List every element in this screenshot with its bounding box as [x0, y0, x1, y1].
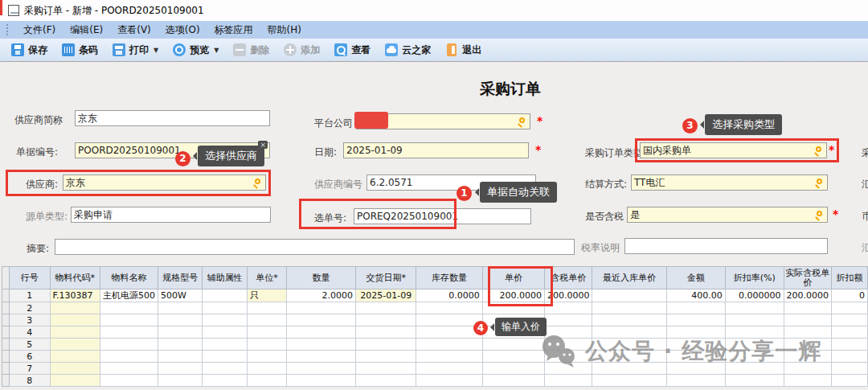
table-cell[interactable]	[248, 351, 287, 363]
toolbar-preview-button[interactable]: 预览▼	[166, 42, 225, 59]
table-cell[interactable]	[203, 314, 248, 326]
table-cell[interactable]	[416, 375, 482, 387]
table-cell[interactable]	[248, 363, 287, 375]
table-cell[interactable]	[416, 339, 482, 351]
table-cell[interactable]	[100, 363, 158, 375]
table-cell[interactable]	[355, 326, 416, 339]
table-cell[interactable]	[355, 302, 416, 314]
table-cell[interactable]	[100, 375, 158, 387]
dropdown-arrow-icon[interactable]: ▼	[214, 47, 219, 54]
table-cell[interactable]: 2025-01-09	[355, 289, 416, 302]
table-cell[interactable]	[725, 302, 784, 314]
tax-note-input[interactable]	[624, 238, 828, 254]
menu-item[interactable]: 标签应用	[207, 22, 260, 39]
table-cell[interactable]	[832, 375, 868, 387]
settlement-input[interactable]: TT电汇	[631, 174, 828, 191]
table-cell[interactable]: 2.0000	[287, 289, 356, 302]
table-cell[interactable]	[158, 339, 202, 351]
table-cell[interactable]	[832, 326, 868, 339]
row-gutter[interactable]	[2, 302, 10, 314]
table-cell[interactable]	[203, 289, 248, 302]
table-cell[interactable]: F.130387	[50, 289, 100, 302]
row-number-cell[interactable]: 3	[10, 314, 50, 326]
table-cell[interactable]	[158, 302, 202, 314]
table-cell[interactable]	[287, 375, 356, 387]
row-gutter[interactable]	[2, 314, 10, 326]
table-cell[interactable]	[544, 375, 592, 387]
menu-item[interactable]: 选项(O)	[158, 22, 207, 39]
table-cell[interactable]	[100, 314, 158, 326]
toolbar-barcode-button[interactable]: 条码	[55, 42, 104, 59]
table-cell[interactable]	[482, 363, 544, 375]
table-cell[interactable]	[50, 339, 100, 351]
table-cell[interactable]	[287, 302, 356, 314]
table-cell[interactable]	[50, 363, 100, 375]
row-number-cell[interactable]: 2	[10, 302, 50, 314]
table-cell[interactable]	[355, 314, 416, 326]
toolbar-print-button[interactable]: 打印▼	[106, 42, 165, 59]
menu-item[interactable]: 编辑(E)	[63, 22, 110, 39]
table-cell[interactable]	[482, 339, 544, 351]
table-cell[interactable]	[287, 339, 356, 351]
menu-item[interactable]: 文件(F)	[16, 22, 63, 39]
table-cell[interactable]	[355, 363, 416, 375]
table-cell[interactable]	[158, 326, 202, 339]
table-cell[interactable]	[203, 351, 248, 363]
lookup-icon[interactable]	[813, 210, 825, 220]
table-cell[interactable]	[50, 314, 100, 326]
table-cell[interactable]	[482, 351, 544, 363]
table-cell[interactable]	[784, 375, 832, 387]
table-cell[interactable]	[832, 302, 868, 314]
table-cell[interactable]	[592, 314, 666, 326]
row-number-cell[interactable]: 6	[10, 351, 50, 363]
row-number-cell[interactable]: 8	[10, 375, 50, 387]
table-cell[interactable]	[287, 314, 356, 326]
table-cell[interactable]	[248, 339, 287, 351]
row-number-cell[interactable]: 7	[10, 363, 50, 375]
table-cell[interactable]	[158, 314, 202, 326]
row-gutter[interactable]	[2, 326, 10, 339]
table-cell[interactable]	[416, 302, 482, 314]
toolbar-exit-button[interactable]: 退出	[439, 42, 488, 59]
table-cell[interactable]	[784, 314, 832, 326]
table-cell[interactable]	[666, 302, 725, 314]
table-cell[interactable]	[832, 314, 868, 326]
table-cell[interactable]	[203, 326, 248, 339]
table-cell[interactable]	[784, 302, 832, 314]
table-cell[interactable]: 只	[248, 289, 287, 302]
table-cell[interactable]	[482, 375, 544, 387]
table-cell[interactable]: 200.0000	[784, 289, 832, 302]
table-cell[interactable]	[592, 302, 666, 314]
close-icon[interactable]: ×	[258, 141, 268, 149]
table-cell[interactable]	[100, 302, 158, 314]
toolbar-yunzhijia-button[interactable]: 云之家	[379, 42, 437, 59]
row-gutter[interactable]	[2, 339, 10, 351]
row-number-cell[interactable]: 4	[10, 326, 50, 339]
table-cell[interactable]	[544, 314, 592, 326]
table-cell[interactable]	[50, 375, 100, 387]
table-cell[interactable]	[100, 351, 158, 363]
table-cell[interactable]	[203, 302, 248, 314]
table-cell[interactable]	[248, 314, 287, 326]
table-cell[interactable]	[355, 375, 416, 387]
table-cell[interactable]	[203, 363, 248, 375]
table-cell[interactable]: 0	[832, 289, 868, 302]
table-cell[interactable]	[287, 351, 356, 363]
table-cell[interactable]: 主机电源500	[100, 289, 158, 302]
tax-included-input[interactable]: 是	[627, 207, 828, 223]
table-cell[interactable]	[592, 289, 666, 302]
lookup-icon[interactable]	[813, 178, 825, 188]
row-gutter[interactable]	[2, 363, 10, 375]
source-type-input[interactable]: 采购申请	[71, 207, 271, 223]
table-cell[interactable]	[158, 375, 202, 387]
table-cell[interactable]	[666, 375, 725, 387]
table-cell[interactable]	[248, 326, 287, 339]
table-cell[interactable]	[287, 363, 356, 375]
table-cell[interactable]: 0.0000	[416, 289, 482, 302]
row-number-cell[interactable]: 5	[10, 339, 50, 351]
table-cell[interactable]	[50, 351, 100, 363]
menu-item[interactable]: 查看(V)	[110, 22, 158, 39]
table-cell[interactable]: 500W	[158, 289, 202, 302]
table-cell[interactable]	[50, 302, 100, 314]
row-gutter[interactable]	[2, 351, 10, 363]
